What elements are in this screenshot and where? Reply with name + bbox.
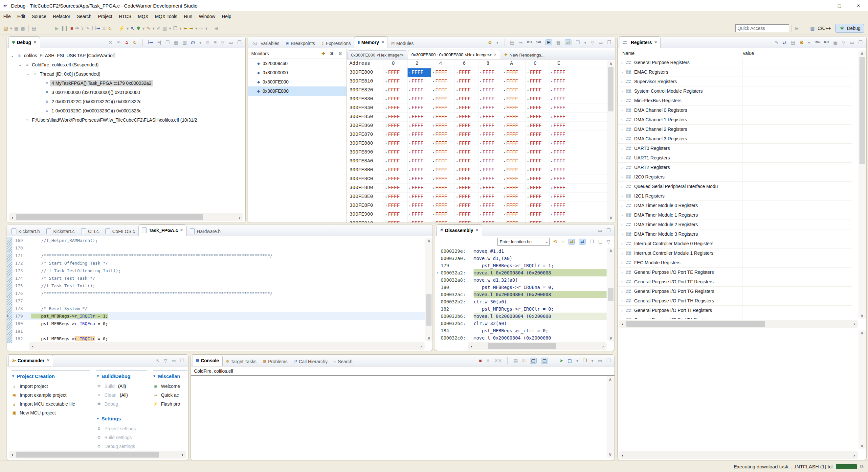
new-register-group-icon[interactable]: ▣ xyxy=(833,40,837,45)
expand-icon[interactable]: › xyxy=(618,308,626,313)
memory-cell[interactable]: ▴FFFF xyxy=(525,202,549,210)
register-group-row[interactable]: › 10100101 General Purpose I/O Port TG R… xyxy=(618,287,851,296)
memory-cell[interactable]: ▴FFFF xyxy=(478,95,502,104)
view-tab[interactable]: ▤ Modules✕ xyxy=(388,38,417,48)
disassembly-line[interactable]: 182 pst_MFBRegs->r_IRQClr = 0; xyxy=(436,305,607,313)
view-menu-icon[interactable]: ▽ xyxy=(607,239,610,244)
edit-register-icon[interactable]: ✎ xyxy=(775,40,779,45)
flash-dropdown-icon[interactable]: ▾ xyxy=(126,26,129,31)
restart-icon[interactable]: ↻ xyxy=(133,40,136,45)
memory-cell[interactable]: ▴FFFF xyxy=(525,166,549,175)
memory-cell[interactable]: ▴FFFF xyxy=(455,148,478,157)
separator[interactable] xyxy=(504,39,504,46)
memory-cell[interactable]: ▴FFFF xyxy=(431,77,455,86)
code-line[interactable]: 180 pst_MFBRegs->r_IRQEna = 0; xyxy=(7,320,425,327)
memory-cell[interactable]: ▴FFFF xyxy=(502,86,525,95)
registers-detail-horizontal-scrollbar[interactable]: ‹› xyxy=(619,451,858,459)
separator[interactable] xyxy=(554,357,554,364)
memory-cell[interactable]: ▴FFFF xyxy=(525,219,549,223)
register-group-row[interactable]: › 10100101 FEC Module Registers xyxy=(618,258,851,268)
memory-monitor-item[interactable]: ◆ 0x30000000 xyxy=(248,68,346,77)
register-group-row[interactable]: › 10100101 General Purpose Registers xyxy=(618,58,851,67)
memory-cell[interactable]: ▴FFFF xyxy=(383,113,407,121)
new-renderings-tab[interactable]: ✚New Renderings... xyxy=(501,51,548,59)
disconnect-icon[interactable]: ⚮ xyxy=(75,26,79,31)
location-combo[interactable]: Enter location he⌄ xyxy=(497,238,550,245)
memory-cell[interactable]: ▴FFFF xyxy=(383,95,407,104)
memory-cell[interactable]: ▴FFFF xyxy=(455,95,478,104)
memory-cell[interactable]: ▴FFFF xyxy=(478,166,502,175)
memory-cell[interactable]: ▴FFFF xyxy=(431,157,455,166)
memory-cell[interactable]: ▴FFFF xyxy=(478,219,502,223)
register-group-row[interactable]: › 10100101 General Purpose I/O Port TE R… xyxy=(618,268,851,277)
import-dropdown-icon[interactable]: ▾ xyxy=(808,40,810,45)
menu-item[interactable]: Source xyxy=(29,14,50,19)
remove-launch-icon[interactable]: ✕ xyxy=(486,358,490,363)
section-miscellaneous[interactable]: ▼Miscellan xyxy=(153,374,188,379)
memory-cell[interactable]: ▴FFFF xyxy=(549,77,573,86)
memory-cell[interactable]: ▴FFFF xyxy=(525,95,549,104)
disassembly-line[interactable]: 184 pst_MFBRegs->r_ctrl = 0; xyxy=(436,327,607,334)
register-group-row[interactable]: › 10100101 UART0 Registers xyxy=(618,144,851,153)
memory-cell[interactable]: ▴FFFF xyxy=(478,139,502,148)
expand-icon[interactable]: › xyxy=(618,318,626,320)
memory-monitor-item[interactable]: ◆ 0x20009c60 xyxy=(248,59,346,68)
memory-cell[interactable]: ▴FFFF xyxy=(502,68,525,77)
import-dropdown-icon[interactable]: ▾ xyxy=(496,40,499,45)
editor-tab[interactable]: CoFILOS.c✕ xyxy=(102,227,138,236)
memory-cell[interactable]: ▴FFFF xyxy=(525,77,549,86)
section-project-creation[interactable]: ▼Project Creation xyxy=(11,374,90,379)
close-tab-icon[interactable]: ✕ xyxy=(33,40,36,45)
separator[interactable] xyxy=(142,39,143,46)
register-group-row[interactable]: › 10100101 Interrupt Controller Module 1… xyxy=(618,248,851,258)
memory-cell[interactable]: ▴FFFF xyxy=(455,184,478,192)
drop-to-frame-icon[interactable]: ➲ xyxy=(125,40,129,45)
layout-icon[interactable]: ▤ xyxy=(791,40,795,45)
disassembly-line[interactable]: 000032b2: clr.w 30(a0) xyxy=(436,298,607,305)
editor-lines[interactable]: 169 //f_Helper_RAMMarch();170171 /******… xyxy=(7,237,425,343)
close-tab-icon[interactable]: ✕ xyxy=(180,228,183,232)
view-menu-icon[interactable]: ▽ xyxy=(842,40,845,45)
link-with-active-icon[interactable]: ⇄ xyxy=(568,239,575,244)
memory-cell[interactable]: ▴FFFF xyxy=(407,86,431,95)
remove-all-terminated-icon[interactable]: ✕ xyxy=(108,40,112,45)
memory-cell[interactable]: ▴FFFF xyxy=(478,68,502,77)
memory-cell[interactable]: ▴FFFF xyxy=(431,148,455,157)
expand-icon[interactable]: › xyxy=(618,279,626,284)
show-stdout-icon[interactable]: ▢ xyxy=(541,358,548,363)
menu-item[interactable]: Refactor xyxy=(50,14,73,19)
close-tab-icon[interactable]: ✕ xyxy=(46,358,50,362)
memory-vertical-scrollbar[interactable]: ∧∨ xyxy=(607,60,615,221)
memory-cell[interactable]: ▴FFFF xyxy=(431,139,455,148)
code-line[interactable]: 172 /* Start Offending Task */ xyxy=(7,259,425,267)
editor-vertical-scrollbar[interactable]: ∧∨ xyxy=(425,238,433,342)
memory-cell[interactable]: ▴FFFF xyxy=(431,219,455,223)
commander-item[interactable]: ➟ Quick ac xyxy=(153,390,188,400)
commander-item[interactable]: ⤓ Import MCU executable file xyxy=(11,400,90,408)
view-tab[interactable]: (x)= Variables✕ xyxy=(249,38,283,48)
close-tab-icon[interactable]: ✕ xyxy=(381,40,384,45)
memory-cell[interactable]: ▴FFFF xyxy=(431,166,455,175)
open-type-dropdown-icon[interactable]: ▾ xyxy=(179,26,182,31)
commander-item[interactable]: ⚙ Debug settings xyxy=(96,442,147,451)
memory-cell[interactable]: ▴FFFF xyxy=(455,157,478,166)
tab-disassembly[interactable]: ≝ Disassembly✕ xyxy=(436,225,482,236)
external-tools-icon[interactable]: ▥ xyxy=(162,26,167,31)
import-export-icon[interactable]: ⚙ xyxy=(488,40,492,45)
binary-icon[interactable]: ▤ xyxy=(32,26,36,31)
code-line[interactable]: 176 /***********************************… xyxy=(7,290,425,297)
step-over-icon[interactable]: ↷ xyxy=(85,26,89,31)
memory-cell[interactable]: ▴FFFF xyxy=(407,95,431,104)
disassembly-line[interactable]: 0000329e: moveq #1,d1 xyxy=(436,247,607,255)
memory-cell[interactable]: ▴FFFF xyxy=(431,122,455,130)
memory-cell[interactable]: ▴FFFF xyxy=(383,202,407,210)
menu-item[interactable]: Help xyxy=(218,14,235,19)
view-tab[interactable]: ◉ Breakpoints✕ xyxy=(283,38,318,48)
expand-icon[interactable]: › xyxy=(618,70,626,75)
code-line[interactable]: 179 pst_MFBRegs->r_IRQClr = 1; xyxy=(7,312,425,320)
disassembly-lines[interactable]: 0000329e: moveq #1,d1 000032a0: move.w d… xyxy=(436,247,607,342)
profile-icon[interactable]: ✐ xyxy=(157,26,161,31)
memory-cell[interactable]: ▴FFFF xyxy=(455,202,478,210)
copy-stack-icon[interactable]: ❐ xyxy=(165,40,170,45)
disassembly-line[interactable]: 000032bc: clr.w 32(a0) xyxy=(436,320,607,327)
